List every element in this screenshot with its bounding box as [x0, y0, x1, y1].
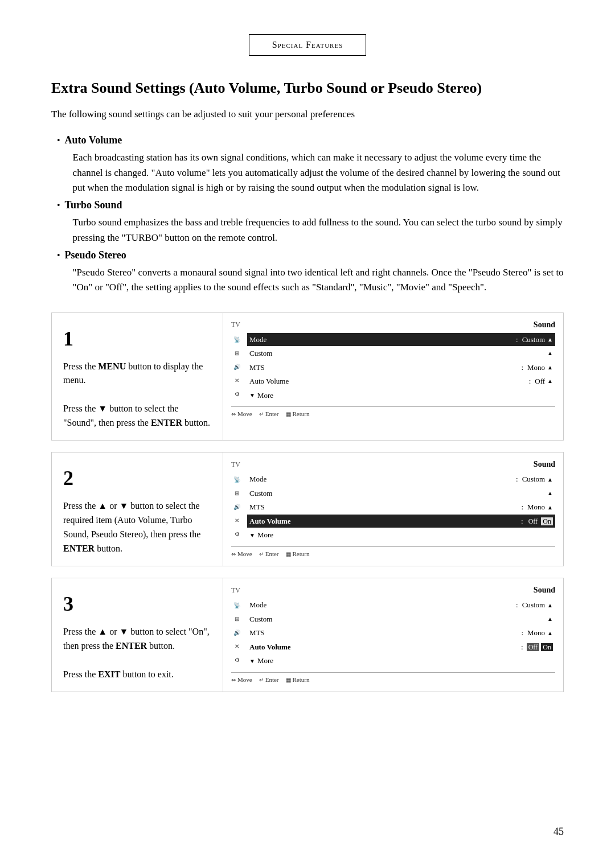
antenna-icon-2: 📡: [231, 474, 243, 485]
step-3-tv-menu: TV Sound 📡 ⊞ 🔊 ✕ ⚙ Mode :: [231, 584, 555, 684]
step-2-sound-title: Sound: [534, 458, 555, 470]
page-title: Extra Sound Settings (Auto Volume, Turbo…: [51, 79, 564, 98]
bullet-body-1: Each broadcasting station has its own si…: [73, 150, 564, 195]
step-3-box: 3 Press the ▲ or ▼ button to select "On"…: [51, 578, 564, 692]
step-3-row-mode: Mode : Custom ▲: [247, 598, 555, 612]
steps-container: 1 Press the MENU button to display the m…: [51, 312, 564, 693]
step-3-sound-title: Sound: [534, 584, 555, 596]
bullet-item-2: • Turbo Sound Turbo sound emphasizes the…: [57, 198, 564, 245]
speaker-icon: 🔊: [231, 361, 243, 373]
grid-icon-2: ⊞: [231, 487, 243, 499]
step-2-row-autovol: Auto Volume : Off On: [247, 515, 555, 528]
step-2-row-custom: Custom ▲: [247, 487, 555, 500]
x-icon-2: ✕: [231, 515, 243, 526]
page-header: Special Features: [51, 34, 564, 56]
grid-icon: ⊞: [231, 348, 243, 359]
bullet-title-3: Pseudo Stereo: [65, 248, 564, 263]
settings-icon: ⚙: [231, 389, 243, 400]
step-1-tv-label: TV: [231, 319, 240, 330]
step-1-row-mts: MTS : Mono ▲: [247, 361, 555, 375]
step-1-box: 1 Press the MENU button to display the m…: [51, 312, 564, 441]
header-label: Special Features: [272, 40, 343, 50]
step-1-row-custom: Custom ▲: [247, 347, 555, 360]
step-2-icons: 📡 ⊞ 🔊 ✕ ⚙: [231, 472, 243, 542]
step-2-number: 2: [63, 463, 211, 495]
step-3-menu-header: TV Sound: [231, 584, 555, 596]
settings-icon-3: ⚙: [231, 654, 243, 665]
step-1-footer: ⇔ Move ↵ Enter ▦ Return: [231, 406, 555, 419]
settings-icon-2: ⚙: [231, 528, 243, 540]
step-3-footer: ⇔ Move ↵ Enter ▦ Return: [231, 672, 555, 685]
step-1-menu-body: 📡 ⊞ 🔊 ✕ ⚙ Mode : Custom ▲: [231, 333, 555, 402]
step-1-right: TV Sound 📡 ⊞ 🔊 ✕ ⚙ Mode :: [223, 313, 563, 441]
bullet-dot-3: •: [57, 249, 60, 262]
step-1-tv-menu: TV Sound 📡 ⊞ 🔊 ✕ ⚙ Mode :: [231, 319, 555, 419]
x-icon-3: ✕: [231, 640, 243, 652]
step-1-more: ▼ More: [247, 389, 555, 402]
step-3-row-autovol: Auto Volume : Off On: [247, 640, 555, 654]
step-2-row-mts: MTS : Mono ▲: [247, 500, 555, 514]
step-2-text: Press the ▲ or ▼ button to select the re…: [63, 499, 211, 556]
page-number: 45: [554, 824, 564, 840]
step-2-tv-label: TV: [231, 459, 240, 470]
bullet-body-2: Turbo sound emphasizes the bass and treb…: [73, 215, 564, 245]
step-2-tv-menu: TV Sound 📡 ⊞ 🔊 ✕ ⚙ Mode :: [231, 458, 555, 558]
antenna-icon: 📡: [231, 334, 243, 345]
bullet-dot-1: •: [57, 134, 60, 147]
step-2-right: TV Sound 📡 ⊞ 🔊 ✕ ⚙ Mode :: [223, 452, 563, 566]
step-1-left: 1 Press the MENU button to display the m…: [52, 313, 223, 441]
step-3-menu-body: 📡 ⊞ 🔊 ✕ ⚙ Mode : Custom ▲: [231, 598, 555, 668]
step-3-icons: 📡 ⊞ 🔊 ✕ ⚙: [231, 598, 243, 668]
bullet-title-1: Auto Volume: [65, 133, 564, 148]
step-3-row-mts: MTS : Mono ▲: [247, 626, 555, 640]
bullet-body-3: "Pseudo Stereo" converts a monaural soun…: [73, 265, 564, 295]
step-3-more: ▼ More: [247, 654, 555, 668]
step-3-right: TV Sound 📡 ⊞ 🔊 ✕ ⚙ Mode :: [223, 578, 563, 692]
step-1-sound-title: Sound: [534, 319, 555, 331]
step-2-menu-header: TV Sound: [231, 458, 555, 470]
step-3-left: 3 Press the ▲ or ▼ button to select "On"…: [52, 578, 223, 692]
step-2-menu-body: 📡 ⊞ 🔊 ✕ ⚙ Mode : Custom ▲: [231, 472, 555, 542]
step-1-number: 1: [63, 323, 211, 355]
speaker-icon-2: 🔊: [231, 501, 243, 512]
bullet-list: • Auto Volume Each broadcasting station …: [57, 133, 564, 295]
speaker-icon-3: 🔊: [231, 627, 243, 638]
bullet-title-2: Turbo Sound: [65, 198, 564, 213]
intro-text: The following sound settings can be adju…: [51, 107, 564, 122]
bullet-dot-2: •: [57, 199, 60, 212]
step-1-menu-header: TV Sound: [231, 319, 555, 331]
step-1-text: Press the MENU button to display the men…: [63, 360, 211, 430]
step-3-tv-label: TV: [231, 585, 240, 595]
step-2-box: 2 Press the ▲ or ▼ button to select the …: [51, 452, 564, 566]
step-2-more: ▼ More: [247, 528, 555, 542]
header-box: Special Features: [249, 34, 367, 56]
grid-icon-3: ⊞: [231, 613, 243, 624]
step-3-row-custom: Custom ▲: [247, 612, 555, 626]
step-3-rows: Mode : Custom ▲ Custom ▲ MTS : Mono: [247, 598, 555, 668]
step-2-left: 2 Press the ▲ or ▼ button to select the …: [52, 452, 223, 566]
bullet-item-1: • Auto Volume Each broadcasting station …: [57, 133, 564, 195]
step-2-footer: ⇔ Move ↵ Enter ▦ Return: [231, 546, 555, 559]
step-2-rows: Mode : Custom ▲ Custom ▲ MTS : Mono: [247, 472, 555, 542]
bullet-item-3: • Pseudo Stereo "Pseudo Stereo" converts…: [57, 248, 564, 295]
step-1-rows: Mode : Custom ▲ Custom ▲ MTS : Mono: [247, 333, 555, 402]
step-1-row-mode: Mode : Custom ▲: [247, 333, 555, 347]
step-3-text: Press the ▲ or ▼ button to select "On", …: [63, 625, 211, 681]
x-icon: ✕: [231, 375, 243, 386]
antenna-icon-3: 📡: [231, 599, 243, 611]
step-2-row-mode: Mode : Custom ▲: [247, 472, 555, 486]
step-3-number: 3: [63, 589, 211, 620]
step-1-icons: 📡 ⊞ 🔊 ✕ ⚙: [231, 333, 243, 402]
step-1-row-autovol: Auto Volume : Off ▲: [247, 375, 555, 388]
